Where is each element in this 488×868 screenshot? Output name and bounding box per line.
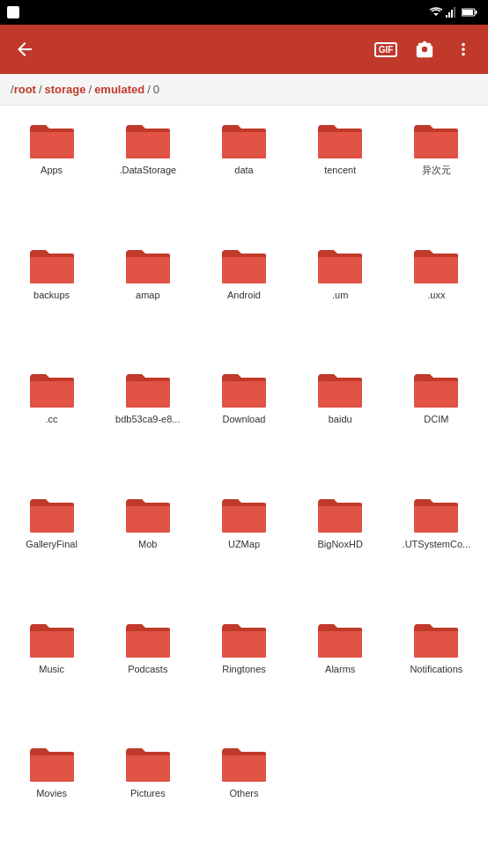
folder-item[interactable]: Download xyxy=(196,362,292,487)
svg-rect-7 xyxy=(462,10,473,15)
folder-label: Apps xyxy=(41,164,63,176)
folder-item[interactable]: Ringtones xyxy=(196,612,292,737)
gif-button[interactable]: GIF xyxy=(368,32,403,67)
folder-item[interactable]: .cc xyxy=(4,362,100,487)
folder-icon xyxy=(28,621,76,659)
folder-icon xyxy=(316,371,364,409)
folder-item[interactable]: .um xyxy=(292,238,388,363)
folder-icon xyxy=(316,246,364,285)
folder-icon xyxy=(28,246,76,285)
folder-item[interactable]: GalleryFinal xyxy=(4,487,100,612)
folder-icon xyxy=(412,121,460,160)
breadcrumb-emulated[interactable]: emulated xyxy=(94,83,144,96)
folder-label: data xyxy=(234,164,253,176)
folder-item[interactable]: Alarms xyxy=(292,612,388,737)
camera-button[interactable] xyxy=(407,32,442,67)
folder-icon xyxy=(220,121,268,160)
folder-icon xyxy=(124,496,172,534)
folder-label: Pictures xyxy=(130,787,166,799)
folder-label: Alarms xyxy=(325,663,355,675)
wifi-icon xyxy=(430,7,442,18)
folder-label: .um xyxy=(332,289,348,301)
folder-item[interactable]: backups xyxy=(4,238,100,363)
folder-item[interactable]: bdb53ca9-e8... xyxy=(100,362,196,487)
folder-item[interactable]: Music xyxy=(4,612,100,737)
folder-item[interactable]: Notifications xyxy=(388,612,484,737)
breadcrumb-sep2: / xyxy=(89,83,92,96)
folder-item[interactable]: Others xyxy=(196,736,292,861)
folder-icon xyxy=(124,246,172,285)
folder-label: GalleryFinal xyxy=(26,538,78,550)
folder-item[interactable]: .uxx xyxy=(388,238,484,363)
folder-icon xyxy=(220,745,268,783)
folder-icon xyxy=(412,621,460,659)
folder-label: .UTSystemCo... xyxy=(403,538,471,550)
svg-marker-0 xyxy=(433,13,439,16)
folder-item[interactable]: Apps xyxy=(4,113,100,238)
folder-icon xyxy=(124,621,172,659)
folder-item[interactable]: baidu xyxy=(292,362,388,487)
folder-label: Notifications xyxy=(410,663,462,675)
folder-icon xyxy=(124,121,172,160)
folder-item[interactable]: .DataStorage xyxy=(100,113,196,238)
folder-icon xyxy=(28,371,76,409)
folder-label: amap xyxy=(136,289,160,301)
folder-item[interactable]: UZMap xyxy=(196,487,292,612)
folder-item[interactable]: tencent xyxy=(292,113,388,238)
folder-icon xyxy=(220,246,268,285)
breadcrumb-storage[interactable]: storage xyxy=(45,83,86,96)
svg-rect-6 xyxy=(476,11,477,14)
folder-item[interactable]: data xyxy=(196,113,292,238)
folder-item[interactable]: BigNoxHD xyxy=(292,487,388,612)
svg-rect-3 xyxy=(451,10,453,18)
folder-item[interactable]: .UTSystemCo... xyxy=(388,487,484,612)
folder-icon xyxy=(28,496,76,534)
folder-icon xyxy=(28,121,76,160)
folder-item[interactable]: Android xyxy=(196,238,292,363)
folder-item[interactable]: 异次元 xyxy=(388,113,484,238)
folder-label: 异次元 xyxy=(422,164,451,176)
status-bar xyxy=(0,0,488,25)
more-icon xyxy=(454,40,473,59)
folder-item[interactable]: Pictures xyxy=(100,736,196,861)
folder-item[interactable]: DCIM xyxy=(388,362,484,487)
file-grid: Apps .DataStorage data tencent 异次元 backu… xyxy=(0,106,488,868)
app-icon xyxy=(7,6,19,18)
svg-rect-2 xyxy=(448,12,450,18)
folder-icon xyxy=(316,121,364,160)
svg-rect-1 xyxy=(446,15,447,18)
folder-label: bdb53ca9-e8... xyxy=(115,413,180,425)
folder-label: Android xyxy=(227,289,261,301)
folder-label: UZMap xyxy=(228,538,260,550)
folder-label: Movies xyxy=(36,787,67,799)
battery-icon xyxy=(462,8,477,17)
folder-icon xyxy=(412,371,460,409)
folder-label: BigNoxHD xyxy=(318,538,363,550)
folder-label: tencent xyxy=(324,164,356,176)
folder-label: .cc xyxy=(46,413,58,425)
svg-rect-4 xyxy=(454,7,455,18)
folder-label: Mob xyxy=(138,538,157,550)
folder-item[interactable]: Mob xyxy=(100,487,196,612)
folder-item[interactable]: Movies xyxy=(4,736,100,861)
folder-icon xyxy=(124,371,172,409)
more-button[interactable] xyxy=(446,32,481,67)
folder-icon xyxy=(316,621,364,659)
camera-icon xyxy=(415,40,434,59)
folder-item[interactable]: amap xyxy=(100,238,196,363)
toolbar: GIF xyxy=(0,25,488,74)
gif-icon: GIF xyxy=(374,42,398,57)
folder-icon xyxy=(412,246,460,285)
breadcrumb-0: 0 xyxy=(153,83,159,96)
folder-item[interactable]: Podcasts xyxy=(100,612,196,737)
breadcrumb-sep1: / xyxy=(39,83,42,96)
breadcrumb-root[interactable]: root xyxy=(14,83,36,96)
folder-label: Others xyxy=(229,787,258,799)
folder-icon xyxy=(124,745,172,783)
back-button[interactable] xyxy=(7,32,42,67)
folder-label: backups xyxy=(33,289,70,301)
breadcrumb: / root / storage / emulated / 0 xyxy=(0,74,488,106)
folder-label: .uxx xyxy=(427,289,445,301)
breadcrumb-sep3: / xyxy=(147,83,151,96)
folder-icon xyxy=(412,496,460,534)
